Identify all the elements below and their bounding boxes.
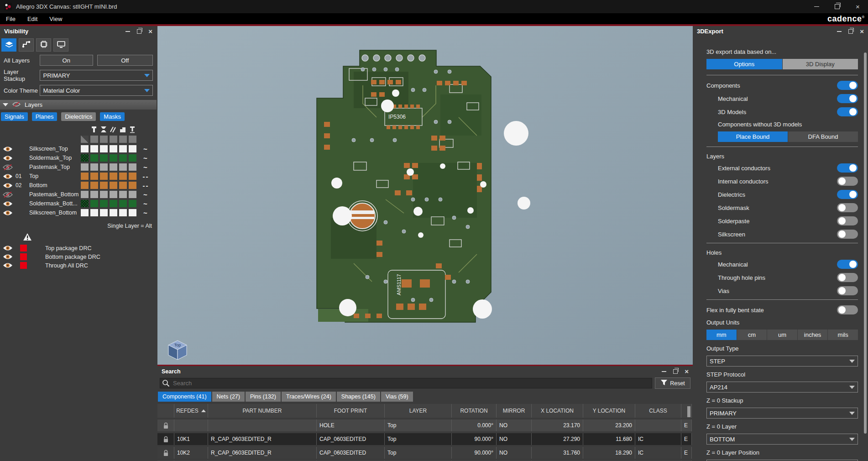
segment-option-dfa-bound[interactable]: DFA Bound xyxy=(788,131,858,142)
table-header-class[interactable]: CLASS xyxy=(635,404,681,418)
search-tab-shapes-145-[interactable]: Shapes (145) xyxy=(337,392,380,402)
layer-color-swatch[interactable] xyxy=(90,145,98,152)
panel-minimize-icon[interactable] xyxy=(837,31,842,32)
layer-color-swatch[interactable] xyxy=(90,182,98,189)
drc-color-swatch[interactable] xyxy=(20,253,27,260)
layer-color-swatch[interactable] xyxy=(81,173,89,180)
export-mode-tab-3d-display[interactable]: 3D Display xyxy=(783,59,858,69)
panel-minimize-icon[interactable] xyxy=(662,371,666,372)
layer-color-swatch[interactable] xyxy=(129,154,136,162)
layer-color-swatch[interactable] xyxy=(100,173,108,180)
table-header-foot-print[interactable]: FOOT PRINT xyxy=(317,404,385,418)
layer-color-swatch[interactable] xyxy=(90,209,98,216)
layer-color-swatch[interactable] xyxy=(81,182,89,189)
layer-wave-icon[interactable]: ~ xyxy=(138,154,152,162)
layer-color-swatch[interactable] xyxy=(90,154,98,162)
search-input[interactable] xyxy=(160,378,652,388)
layer-color-swatch[interactable] xyxy=(129,145,136,152)
search-tab-components-41-[interactable]: Components (41) xyxy=(158,392,211,402)
table-scrollbar[interactable] xyxy=(687,406,690,417)
table-row[interactable]: 10K1R_CAP_0603EDITED_RCAP_0603EDITEDTop9… xyxy=(157,433,693,445)
layer-color-swatch[interactable] xyxy=(100,145,108,152)
export-dropdown-bottom[interactable]: BOTTOM xyxy=(706,434,858,445)
toggle-switch-vias[interactable] xyxy=(837,286,858,295)
visibility-eye-icon[interactable] xyxy=(0,164,16,171)
layer-color-swatch[interactable] xyxy=(129,191,136,198)
layer-color-swatch[interactable] xyxy=(100,163,108,171)
search-tab-pins-132-[interactable]: Pins (132) xyxy=(246,392,281,402)
panel-minimize-icon[interactable] xyxy=(125,31,130,32)
all-layers-off-button[interactable]: Off xyxy=(97,55,153,66)
layer-filter-masks[interactable]: Masks xyxy=(100,112,125,121)
layer-filter-signals[interactable]: Signals xyxy=(1,112,28,121)
segment-option-inches[interactable]: inches xyxy=(798,330,828,340)
layer-color-swatch[interactable] xyxy=(119,209,127,216)
layer-filter-planes[interactable]: Planes xyxy=(32,112,58,121)
components-view-button[interactable] xyxy=(36,38,51,52)
table-header-col0[interactable] xyxy=(157,404,174,418)
layer-color-swatch[interactable] xyxy=(90,191,98,198)
panel-float-icon[interactable] xyxy=(848,29,853,34)
toggle-switch-dielectrics[interactable] xyxy=(837,190,858,199)
layer-color-swatch[interactable] xyxy=(119,145,127,152)
visibility-eye-icon[interactable] xyxy=(0,200,16,207)
menu-edit[interactable]: Edit xyxy=(21,16,43,22)
layer-color-swatch[interactable] xyxy=(110,209,117,216)
layer-color-swatch[interactable] xyxy=(110,191,117,198)
layer-filter-dielectrics[interactable]: Dielectrics xyxy=(61,112,96,121)
layer-color-swatch[interactable] xyxy=(81,154,89,162)
layer-color-swatch[interactable] xyxy=(90,200,98,207)
toggle-switch-silkscreen[interactable] xyxy=(837,230,858,239)
table-header-x-location[interactable]: X LOCATION xyxy=(532,404,583,418)
layer-color-swatch[interactable] xyxy=(110,173,117,180)
layer-dash-icon[interactable]: - - xyxy=(138,173,152,180)
traces-view-button[interactable] xyxy=(19,38,34,52)
layer-wave-icon[interactable]: ~ xyxy=(138,200,152,208)
table-header-refdes[interactable]: REFDES xyxy=(174,404,208,418)
panel-close-icon[interactable]: × xyxy=(148,28,152,35)
search-tab-nets-27-[interactable]: Nets (27) xyxy=(212,392,245,402)
layer-color-swatch[interactable] xyxy=(119,173,127,180)
visibility-eye-icon[interactable] xyxy=(0,191,16,198)
export-dropdown-ap214[interactable]: AP214 xyxy=(706,382,858,393)
panel-close-icon[interactable]: × xyxy=(685,368,689,375)
toggle-switch-mechanical[interactable] xyxy=(837,260,858,269)
grid-header-swatch[interactable] xyxy=(100,136,108,143)
layer-color-swatch[interactable] xyxy=(129,182,136,189)
layer-stackup-dropdown[interactable]: PRIMARY xyxy=(40,70,153,81)
toggle-switch-soldermask[interactable] xyxy=(837,203,858,212)
search-tab-traces-wires-24-[interactable]: Traces/Wires (24) xyxy=(282,392,336,402)
toggle-switch-flex-in-fully-bent-state[interactable] xyxy=(837,305,858,314)
visibility-eye-icon[interactable] xyxy=(0,155,16,162)
segment-option-place-bound[interactable]: Place Bound xyxy=(718,131,788,142)
visibility-eye-icon[interactable] xyxy=(0,245,16,251)
grid-header-swatch[interactable] xyxy=(90,136,98,143)
layer-wave-icon[interactable]: ~ xyxy=(138,145,152,153)
layer-wave-icon[interactable]: ~ xyxy=(138,191,152,199)
layer-color-swatch[interactable] xyxy=(81,191,89,198)
layer-color-swatch[interactable] xyxy=(110,145,117,152)
layer-color-swatch[interactable] xyxy=(81,163,89,171)
layer-color-swatch[interactable] xyxy=(129,163,136,171)
grid-header-swatch[interactable] xyxy=(119,136,127,143)
toggle-switch-mechanical[interactable] xyxy=(837,94,858,103)
layer-color-swatch[interactable] xyxy=(100,209,108,216)
table-header-part-number[interactable]: PART NUMBER xyxy=(208,404,317,418)
search-tab-vias-59-[interactable]: Vias (59) xyxy=(381,392,413,402)
window-close-button[interactable]: × xyxy=(847,0,868,13)
window-minimize-button[interactable] xyxy=(806,0,827,13)
all-layers-on-button[interactable]: On xyxy=(40,55,93,66)
reset-filter-button[interactable]: Reset xyxy=(655,377,690,389)
layer-color-swatch[interactable] xyxy=(110,154,117,162)
layer-wave-icon[interactable]: ~ xyxy=(138,209,152,217)
layer-color-swatch[interactable] xyxy=(129,200,136,207)
layer-color-swatch[interactable] xyxy=(90,173,98,180)
layer-color-swatch[interactable] xyxy=(119,182,127,189)
toggle-switch-internal-conductors[interactable] xyxy=(837,177,858,186)
visibility-eye-icon[interactable] xyxy=(0,253,16,260)
window-restore-button[interactable] xyxy=(827,0,847,13)
segment-option-um[interactable]: um xyxy=(767,330,797,340)
layer-color-swatch[interactable] xyxy=(100,200,108,207)
layer-color-swatch[interactable] xyxy=(100,154,108,162)
toggle-switch-solderpaste[interactable] xyxy=(837,216,858,225)
